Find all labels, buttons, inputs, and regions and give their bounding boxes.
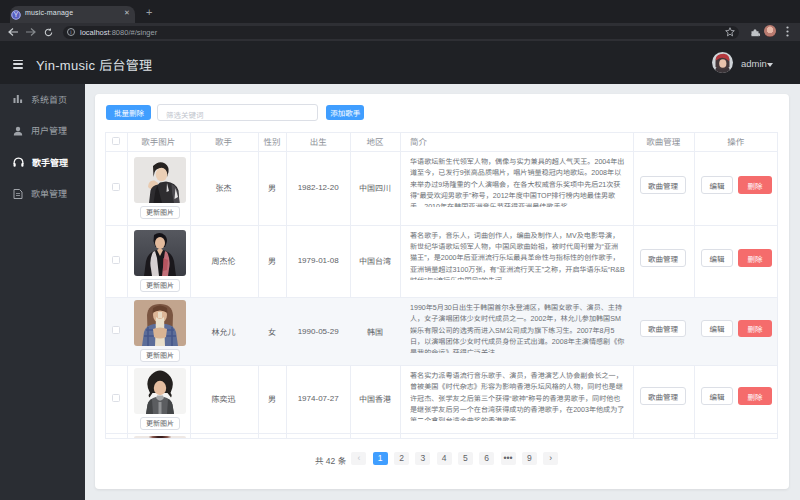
svg-text:Y: Y (14, 11, 19, 18)
